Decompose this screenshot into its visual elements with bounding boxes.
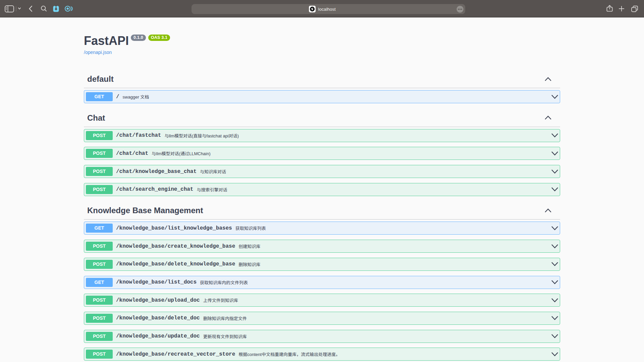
- back-button-icon[interactable]: [29, 6, 32, 12]
- section-title: Knowledge Base Management: [87, 204, 203, 216]
- method-badge: POST: [86, 185, 113, 194]
- operation-summary[interactable]: GET / swagger 文档: [84, 90, 560, 103]
- api-section: default GET / swagger 文档: [84, 69, 560, 103]
- operation-row[interactable]: POST /knowledge_base/recreate_vector_sto…: [84, 348, 560, 361]
- section-header[interactable]: Chat: [84, 108, 560, 127]
- method-badge: POST: [86, 167, 113, 176]
- method-badge: POST: [86, 296, 113, 305]
- chevron-down-icon[interactable]: [551, 94, 558, 100]
- operation-row[interactable]: POST /chat/fastchat 与llm模型对话(直接与fastchat…: [84, 129, 560, 142]
- chevron-down-icon[interactable]: [551, 297, 558, 304]
- operation-description: 创建知识库: [238, 243, 551, 249]
- method-badge: POST: [86, 149, 113, 158]
- address-bar[interactable]: localhost: [192, 4, 465, 14]
- operation-summary[interactable]: POST /chat/fastchat 与llm模型对话(直接与fastchat…: [84, 129, 560, 142]
- page-menu-icon[interactable]: [457, 6, 464, 13]
- chevron-down-icon[interactable]: [551, 279, 558, 286]
- api-title-text: FastAPI: [84, 34, 129, 48]
- method-badge: GET: [86, 278, 113, 287]
- tab-overview-icon[interactable]: [631, 6, 638, 12]
- chevron-down-icon[interactable]: [551, 150, 558, 157]
- operation-row[interactable]: POST /chat/knowledge_base_chat 与知识库对话: [84, 165, 560, 178]
- extension-bookmark-icon[interactable]: [53, 6, 59, 12]
- operation-description: 与llm模型对话(通过LLMChain): [152, 150, 551, 157]
- operation-description: 获取知识库列表: [235, 225, 551, 231]
- operation-description: 与llm模型对话(直接与fastchat api对话): [164, 132, 551, 139]
- chevron-down-icon[interactable]: [551, 315, 558, 321]
- method-badge: POST: [86, 314, 113, 323]
- chevron-down-icon[interactable]: [551, 225, 558, 232]
- openapi-spec-link[interactable]: /openapi.json: [84, 50, 112, 55]
- operation-row[interactable]: POST /knowledge_base/delete_doc 删除知识库内指定…: [84, 312, 560, 325]
- chevron-up-icon[interactable]: [545, 207, 551, 214]
- operation-path: /knowledge_base/create_knowledge_base: [113, 243, 238, 249]
- operation-path: /knowledge_base/delete_doc: [113, 315, 203, 321]
- operation-description: swagger 文档: [123, 94, 551, 100]
- chevron-down-icon[interactable]: [551, 243, 558, 250]
- operation-summary[interactable]: POST /knowledge_base/recreate_vector_sto…: [84, 348, 560, 360]
- operation-row[interactable]: GET /knowledge_base/list_knowledge_bases…: [84, 222, 560, 235]
- operation-description: 更新现有文件到知识库: [203, 333, 551, 340]
- operation-description: 获取知识库内的文件列表: [200, 279, 551, 286]
- chevron-up-icon[interactable]: [545, 76, 551, 82]
- api-section: Chat POST /chat/fastchat 与llm模型对话(直接与fas…: [84, 108, 560, 196]
- operation-path: /chat/knowledge_base_chat: [113, 169, 200, 175]
- operation-row[interactable]: POST /chat/chat 与llm模型对话(通过LLMChain): [84, 147, 560, 160]
- swagger-page: FastAPI0.1.0OAS 3.1 /openapi.json defaul…: [0, 17, 644, 362]
- operation-summary[interactable]: POST /chat/chat 与llm模型对话(通过LLMChain): [84, 147, 560, 160]
- search-icon[interactable]: [41, 6, 47, 11]
- method-badge: POST: [86, 131, 113, 140]
- operation-summary[interactable]: GET /knowledge_base/list_docs 获取知识库内的文件列…: [84, 276, 560, 289]
- chevron-down-icon[interactable]: [551, 186, 558, 193]
- operation-summary[interactable]: POST /chat/knowledge_base_chat 与知识库对话: [84, 165, 560, 178]
- operation-description: 删除知识库内指定文件: [203, 315, 551, 321]
- sidebar-toggle-icon[interactable]: [5, 5, 14, 12]
- operation-summary[interactable]: POST /knowledge_base/delete_knowledge_ba…: [84, 258, 560, 270]
- operation-description: 与搜索引擎对话: [197, 186, 551, 193]
- operation-row[interactable]: POST /knowledge_base/create_knowledge_ba…: [84, 240, 560, 253]
- operation-path: /chat/chat: [113, 150, 152, 157]
- operation-row[interactable]: POST /knowledge_base/update_doc 更新现有文件到知…: [84, 330, 560, 343]
- section-header[interactable]: default: [84, 69, 560, 88]
- url-text: localhost: [318, 7, 335, 12]
- operation-summary[interactable]: POST /knowledge_base/upload_doc 上传文件到知识库: [84, 294, 560, 306]
- site-favicon: [309, 6, 316, 12]
- operation-path: /knowledge_base/upload_doc: [113, 297, 203, 303]
- method-badge: GET: [86, 224, 113, 233]
- operation-path: /knowledge_base/update_doc: [113, 333, 203, 339]
- new-tab-icon[interactable]: [619, 6, 624, 11]
- operation-row[interactable]: POST /chat/search_engine_chat 与搜索引擎对话: [84, 183, 560, 196]
- operation-summary[interactable]: POST /knowledge_base/create_knowledge_ba…: [84, 240, 560, 252]
- operation-summary[interactable]: POST /chat/search_engine_chat 与搜索引擎对话: [84, 183, 560, 196]
- section-title: default: [87, 73, 114, 85]
- chevron-down-icon[interactable]: [551, 333, 558, 340]
- operation-summary[interactable]: POST /knowledge_base/delete_doc 删除知识库内指定…: [84, 312, 560, 324]
- operation-row[interactable]: GET / swagger 文档: [84, 90, 560, 103]
- chevron-down-icon[interactable]: [551, 168, 558, 175]
- section-header[interactable]: Knowledge Base Management: [84, 201, 560, 220]
- operation-row[interactable]: POST /knowledge_base/upload_doc 上传文件到知识库: [84, 294, 560, 307]
- share-icon[interactable]: [606, 5, 613, 12]
- operation-path: /knowledge_base/list_docs: [113, 279, 200, 285]
- operation-row[interactable]: GET /knowledge_base/list_docs 获取知识库内的文件列…: [84, 276, 560, 289]
- operation-summary[interactable]: POST /knowledge_base/update_doc 更新现有文件到知…: [84, 330, 560, 343]
- toolbar-separator: [16, 6, 16, 11]
- operation-description: 根据content中文档重建向量库，流式输出处理进度。: [238, 351, 551, 357]
- chevron-down-icon[interactable]: [18, 7, 21, 10]
- chevron-up-icon[interactable]: [545, 114, 551, 121]
- chevron-down-icon[interactable]: [551, 261, 558, 267]
- method-badge: POST: [86, 350, 113, 359]
- operation-summary[interactable]: GET /knowledge_base/list_knowledge_bases…: [84, 222, 560, 234]
- chevron-down-icon[interactable]: [551, 351, 558, 358]
- operation-description: 与知识库对话: [200, 168, 551, 175]
- operation-path: /chat/search_engine_chat: [113, 186, 197, 192]
- oas-badge: OAS 3.1: [148, 35, 170, 41]
- operation-description: 删除知识库: [238, 261, 551, 267]
- version-badge: 0.1.0: [131, 35, 146, 41]
- operation-path: /knowledge_base/list_knowledge_bases: [113, 225, 235, 231]
- operation-row[interactable]: POST /knowledge_base/delete_knowledge_ba…: [84, 258, 560, 271]
- chevron-down-icon[interactable]: [551, 132, 558, 139]
- extension-star-icon[interactable]: [65, 6, 73, 12]
- operation-path: /chat/fastchat: [113, 132, 164, 138]
- method-badge: GET: [86, 92, 113, 101]
